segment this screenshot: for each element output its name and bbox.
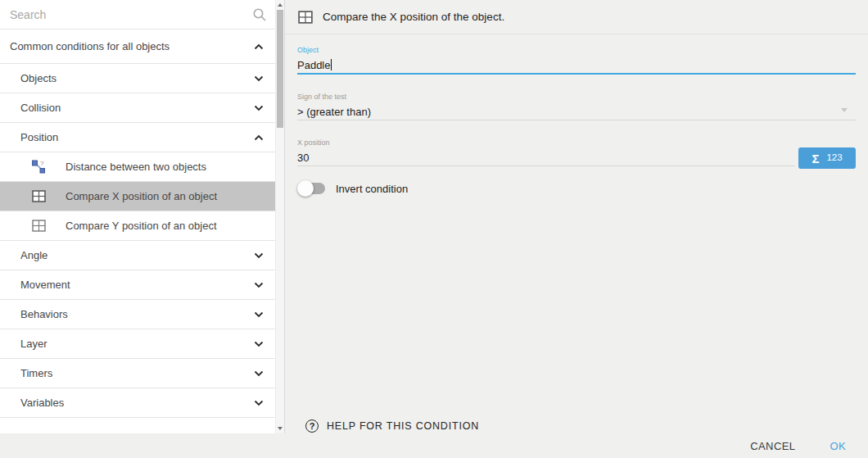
object-field-underline (297, 73, 856, 75)
x-position-field-underline (297, 166, 795, 166)
x-position-field[interactable]: X position 30 (297, 138, 795, 166)
sidebar-item-behaviors[interactable]: Behaviors (0, 300, 275, 329)
sidebar-item-collision[interactable]: Collision (0, 93, 275, 123)
search-input[interactable] (10, 8, 247, 21)
condition-description: Compare the X position of the object. (323, 11, 504, 23)
sigma-icon: Σ (811, 152, 819, 165)
sign-of-test-select[interactable]: Sign of the test > (greater than) (297, 93, 856, 120)
ok-button[interactable]: OK (830, 440, 846, 452)
sidebar-item-layer[interactable]: Layer (0, 329, 275, 359)
text-caret (331, 59, 332, 70)
condition-editor-panel: Compare the X position of the object. Ob… (285, 0, 868, 458)
condition-chooser-sidebar: Common conditions for all objects Object… (0, 0, 285, 433)
sign-field-value[interactable]: > (greater than) (297, 105, 856, 120)
chevron-up-icon (254, 43, 264, 50)
condition-header: Compare the X position of the object. (285, 0, 868, 34)
sign-field-label: Sign of the test (297, 93, 856, 102)
sign-field-underline (297, 120, 856, 120)
sidebar-partial-row (0, 418, 275, 427)
compare-position-icon (297, 9, 314, 25)
sidebar-item-label: Position (20, 131, 254, 143)
expression-editor-button[interactable]: Σ 123 (798, 147, 856, 169)
sidebar-item-movement[interactable]: Movement (0, 270, 275, 300)
compare-y-icon (31, 218, 47, 234)
chevron-down-icon (254, 400, 264, 406)
sidebar-item-label: Variables (20, 397, 254, 409)
search-icon (252, 7, 267, 22)
scrollbar-down-arrow[interactable] (276, 424, 284, 433)
sidebar-item-label: Compare X position of an object (66, 190, 264, 202)
svg-text:?: ? (40, 160, 44, 167)
sidebar-scrollbar[interactable] (275, 0, 284, 433)
search-row (0, 0, 275, 29)
sidebar-item-objects[interactable]: Objects (0, 64, 275, 93)
sidebar-item-label: Common conditions for all objects (10, 40, 254, 52)
sidebar-item-label: Behaviors (20, 308, 254, 320)
chevron-down-icon (254, 282, 264, 288)
x-position-field-value[interactable]: 30 (297, 151, 795, 166)
distance-icon: ? (31, 159, 47, 175)
cancel-button[interactable]: CANCEL (750, 440, 795, 452)
sidebar-item-label: Compare Y position of an object (66, 220, 264, 232)
chevron-down-icon (254, 311, 264, 318)
sidebar-item-timers[interactable]: Timers (0, 359, 275, 388)
object-field[interactable]: Object Paddle (297, 46, 856, 75)
sidebar-item-label: Distance between two objects (66, 161, 264, 173)
sidebar-item-compare-x-position[interactable]: Compare X position of an object (0, 182, 275, 211)
chevron-down-icon (254, 105, 264, 111)
scrollbar-thumb[interactable] (277, 10, 283, 128)
chevron-down-icon (254, 370, 264, 377)
toggle-thumb (297, 180, 314, 197)
object-field-value[interactable]: Paddle (297, 58, 856, 73)
object-field-label: Object (297, 46, 856, 55)
compare-x-icon (31, 188, 47, 204)
help-icon: ? (305, 419, 319, 433)
chevron-down-icon (254, 252, 264, 259)
sidebar-item-label: Angle (20, 249, 254, 261)
sidebar-item-label: Layer (20, 338, 254, 350)
expression-button-label: 123 (826, 153, 842, 163)
invert-condition-toggle[interactable] (297, 180, 325, 197)
sidebar-item-label: Objects (20, 72, 254, 84)
x-position-field-label: X position (297, 138, 795, 147)
scrollbar-up-arrow[interactable] (276, 0, 284, 10)
chevron-down-icon (254, 341, 264, 347)
chevron-up-icon (254, 134, 264, 141)
sidebar-item-label: Movement (20, 279, 254, 291)
dropdown-arrow-icon (841, 108, 848, 112)
sidebar-item-position[interactable]: Position (0, 123, 275, 152)
sidebar-item-common-conditions[interactable]: Common conditions for all objects (0, 29, 275, 64)
help-button-label: HELP FOR THIS CONDITION (327, 420, 479, 432)
invert-condition-label: Invert condition (336, 183, 408, 195)
sidebar-item-angle[interactable]: Angle (0, 241, 275, 270)
sidebar-item-label: Timers (20, 367, 254, 379)
sidebar-item-distance-between-two-objects[interactable]: ? Distance between two objects (0, 152, 275, 182)
help-for-condition-button[interactable]: ? HELP FOR THIS CONDITION (305, 419, 479, 433)
sidebar-item-variables[interactable]: Variables (0, 388, 275, 418)
sidebar-item-compare-y-position[interactable]: Compare Y position of an object (0, 211, 275, 241)
chevron-down-icon (254, 75, 264, 82)
sidebar-item-label: Collision (20, 102, 254, 114)
